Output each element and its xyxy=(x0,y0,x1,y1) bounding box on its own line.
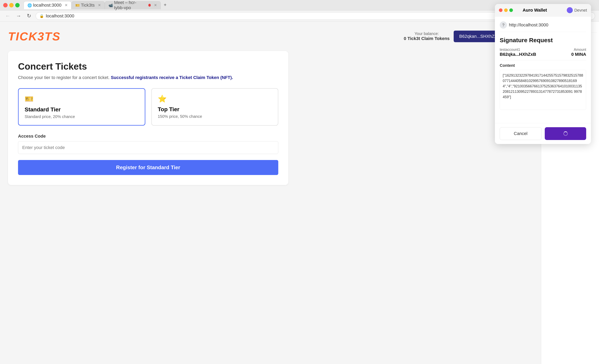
access-code-section: Access Code xyxy=(18,134,278,154)
tab-localhost[interactable]: 🌐 localhost:3000 ✕ xyxy=(24,1,71,9)
wallet-question-icon: ? xyxy=(500,21,507,29)
wallet-amount-section: Amount 0 MINA xyxy=(571,48,586,57)
register-button[interactable]: Register for Standard Tier xyxy=(18,160,278,175)
balance-box: Your balance: 0 Tick3t Claim Tokens xyxy=(404,31,450,41)
logo-letter-c: C xyxy=(20,30,29,43)
wallet-content-label: Content xyxy=(500,60,586,68)
tab-close-localhost[interactable]: ✕ xyxy=(65,3,68,7)
wallet-title: Auro Wallet xyxy=(503,8,567,13)
recording-indicator xyxy=(148,4,150,7)
logo-letter-k: K xyxy=(28,30,37,43)
wallet-content-box: ["16291323229784191714425575157983251578… xyxy=(500,70,586,110)
new-tab-button[interactable]: + xyxy=(162,1,169,8)
tab-label-tick3ts: Tick3ts xyxy=(81,3,95,8)
tabs-bar: 🌐 localhost:3000 ✕ 🎫 Tick3ts ✕ 📹 Meet – … xyxy=(24,1,169,9)
logo-number-3: 3 xyxy=(37,30,44,43)
tab-favicon-tick3ts: 🎫 xyxy=(75,3,79,7)
wallet-cancel-button[interactable]: Cancel xyxy=(500,127,542,140)
tier-options: 🎫 Standard Tier Standard price, 20% chan… xyxy=(18,88,278,126)
wallet-account-section: testaccount1 B62qka...HXhZxB xyxy=(500,48,536,57)
tier-icon-standard: 🎫 xyxy=(25,95,139,103)
tab-close-tick3ts[interactable]: ✕ xyxy=(98,3,101,7)
lock-icon: 🔒 xyxy=(39,14,44,18)
wallet-titlebar: Auro Wallet Devnet xyxy=(495,4,591,17)
wallet-avatar xyxy=(567,7,573,13)
tier-name-top: Top Tier xyxy=(158,106,272,113)
concert-desc: Choose your tier to register for a conce… xyxy=(18,75,278,80)
tier-desc-top: 150% price, 50% chance xyxy=(158,114,272,119)
wallet-account-indicator: Devnet xyxy=(567,7,587,13)
access-code-input[interactable] xyxy=(18,141,278,154)
tier-card-standard[interactable]: 🎫 Standard Tier Standard price, 20% chan… xyxy=(18,88,145,126)
main-page: TICK3TS Your balance: 0 Tick3t Claim Tok… xyxy=(0,22,541,364)
logo-letter-t: T xyxy=(8,30,16,43)
tier-card-top[interactable]: ⭐ Top Tier 150% price, 50% chance xyxy=(151,88,278,126)
access-code-label: Access Code xyxy=(18,134,278,139)
confirm-spinner xyxy=(563,131,568,136)
tab-label-meet: Meet – hcr-tybb-vpo xyxy=(114,0,146,10)
tab-meet[interactable]: 📹 Meet – hcr-tybb-vpo ✕ xyxy=(105,1,161,9)
wallet-amount-value: 0 MINA xyxy=(571,52,586,57)
wallet-site-row: ? http://localhost:3000 xyxy=(500,21,586,32)
tier-icon-top: ⭐ xyxy=(158,95,272,103)
auro-wallet-panel: Auro Wallet Devnet ? http://localhost:30… xyxy=(495,4,591,144)
address-text: localhost:3000 xyxy=(46,13,74,19)
back-button[interactable]: ← xyxy=(4,12,12,20)
wallet-amount-label: Amount xyxy=(571,48,586,52)
concert-desc-highlight: Successful registrants receive a Ticket … xyxy=(111,75,233,80)
wallet-sig-title: Signature Request xyxy=(500,37,586,44)
wallet-actions: Cancel xyxy=(495,123,591,144)
tab-close-meet[interactable]: ✕ xyxy=(154,3,157,7)
traffic-lights xyxy=(3,3,20,7)
concert-desc-text: Choose your tier to register for a conce… xyxy=(18,75,109,80)
wallet-account-address: B62qka...HXhZxB xyxy=(500,52,536,57)
tab-tick3ts[interactable]: 🎫 Tick3ts ✕ xyxy=(71,1,105,9)
tab-label-localhost: localhost:3000 xyxy=(33,3,62,8)
forward-button[interactable]: → xyxy=(15,12,22,20)
reload-button[interactable]: ↻ xyxy=(26,12,32,20)
concert-title: Concert Tickets xyxy=(18,61,278,72)
app-logo: TICK3TS xyxy=(8,30,61,43)
wallet-site-url: http://localhost:3000 xyxy=(509,22,548,28)
balance-value: 0 Tick3t Claim Tokens xyxy=(404,36,450,41)
maximize-window-btn[interactable] xyxy=(15,3,20,7)
wallet-testaccount-label: testaccount1 xyxy=(500,48,536,52)
wallet-close-btn[interactable] xyxy=(499,8,502,12)
balance-label: Your balance: xyxy=(404,31,450,36)
close-window-btn[interactable] xyxy=(3,3,8,7)
wallet-confirm-button[interactable] xyxy=(545,127,586,140)
minimize-window-btn[interactable] xyxy=(9,3,14,7)
wallet-account-name: Devnet xyxy=(574,8,587,13)
tab-favicon-meet: 📹 xyxy=(108,3,113,7)
tier-name-standard: Standard Tier xyxy=(25,106,139,113)
logo-letters-ts: TS xyxy=(45,30,61,43)
app-header: TICK3TS Your balance: 0 Tick3t Claim Tok… xyxy=(8,30,533,43)
wallet-content-value: ["16291323229784191714425575157983251578… xyxy=(503,73,583,99)
wallet-body: ? http://localhost:3000 Signature Reques… xyxy=(495,17,591,123)
tab-favicon-localhost: 🌐 xyxy=(27,3,31,7)
logo-letter-i: I xyxy=(16,30,19,43)
tier-desc-standard: Standard price, 20% chance xyxy=(25,114,139,119)
concert-card: Concert Tickets Choose your tier to regi… xyxy=(8,51,288,185)
wallet-account-row: testaccount1 B62qka...HXhZxB Amount 0 MI… xyxy=(500,48,586,57)
